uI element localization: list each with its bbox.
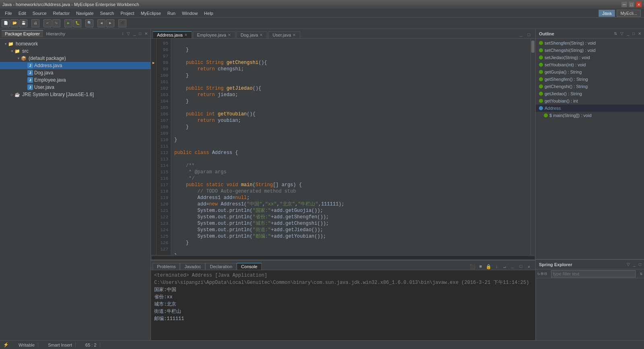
tree-item-src[interactable]: ▼ 📁 src <box>0 47 151 55</box>
console-scroll[interactable]: ↓ <box>493 263 500 270</box>
outline-item-getShengfen[interactable]: getShengfen() : String <box>536 76 644 83</box>
spring-menu[interactable]: ▽ <box>625 262 631 267</box>
h-scrollbar[interactable] <box>152 256 535 259</box>
outline-item-setChengshi[interactable]: setChengshi(String) : void <box>536 47 644 54</box>
tab-user-close[interactable]: ✕ <box>293 33 296 37</box>
spring-refresh[interactable]: ↻ <box>537 271 540 276</box>
maximize-button[interactable]: □ <box>629 2 634 7</box>
perspective-java[interactable]: Java <box>599 10 615 17</box>
tree-arrow-jre[interactable]: ▷ <box>10 93 14 96</box>
outline-item-address-class[interactable]: Address <box>536 105 644 112</box>
outline-sort[interactable]: ⇅ <box>613 31 618 36</box>
tree-item-employee[interactable]: J Employee.java <box>0 76 151 84</box>
left-panel-close[interactable]: ✕ <box>143 31 149 36</box>
tree-item-user[interactable]: J User.java <box>0 84 151 91</box>
left-panel-sync[interactable]: ↕ <box>120 31 125 36</box>
editor-maximize[interactable]: □ <box>526 32 532 38</box>
spring-maximize[interactable]: □ <box>638 262 642 267</box>
tb-print[interactable]: 🖨 <box>31 19 39 27</box>
outline-item-setJiedao[interactable]: setJiedao(String) : void <box>536 54 644 61</box>
tb-debug[interactable]: 🐛 <box>73 19 81 27</box>
outline-maximize[interactable]: □ <box>631 31 636 36</box>
menu-myeclipse[interactable]: MyEclipse <box>138 10 164 16</box>
tb-console[interactable]: ⬛ <box>118 19 126 27</box>
tab-hierarchy[interactable]: Hierarchy <box>43 31 68 37</box>
perspective-myecli[interactable]: MyEcli... <box>617 10 641 17</box>
tree-item-homework[interactable]: ▼ 📁 homework <box>0 40 151 47</box>
menu-source[interactable]: Source <box>29 10 50 16</box>
menu-search[interactable]: Search <box>97 10 118 16</box>
tree-item-address[interactable]: J Address.java <box>0 62 151 69</box>
menu-refactor[interactable]: Refactor <box>50 10 73 16</box>
spring-minimize[interactable]: _ <box>632 262 637 267</box>
spring-filter-input[interactable] <box>551 270 636 277</box>
tb-open[interactable]: 📂 <box>10 19 19 27</box>
outline-menu[interactable]: ▽ <box>619 31 625 36</box>
console-close[interactable]: ✕ <box>526 263 532 270</box>
tree-item-dog[interactable]: J Dog.java <box>0 69 151 76</box>
tab-package-explorer[interactable]: Package Explorer <box>2 30 43 37</box>
tab-dog-java[interactable]: Dog.java ✕ <box>236 31 267 38</box>
tab-console[interactable]: Console <box>237 263 262 270</box>
console-lock[interactable]: 🔒 <box>485 263 492 270</box>
tab-dog-close[interactable]: ✕ <box>260 33 263 37</box>
tab-address-close[interactable]: ✕ <box>184 33 188 37</box>
spring-sort[interactable]: ⇅ <box>640 271 642 276</box>
menu-navigate[interactable]: Navigate <box>73 10 97 16</box>
left-panel-menu[interactable]: ▽ <box>126 31 131 36</box>
left-panel-minimize[interactable]: _ <box>132 31 137 36</box>
menu-edit[interactable]: Edit <box>15 10 29 16</box>
outline-item-setYoubian[interactable]: setYoubian(int) : void <box>536 61 644 68</box>
editor-minimize[interactable]: _ <box>518 32 524 38</box>
tree-arrow-default-pkg[interactable]: ▼ <box>16 57 21 60</box>
outline-item-setShengfen[interactable]: setShengfen(String) : void <box>536 39 644 47</box>
menu-window[interactable]: Window <box>179 10 201 16</box>
console-word-wrap[interactable]: ↵ <box>502 263 508 270</box>
tab-javadoc[interactable]: Javadoc <box>180 263 205 270</box>
spring-expand[interactable]: ⊞ <box>541 271 544 276</box>
outline-item-main[interactable]: $ main(String[]) : void <box>536 112 644 119</box>
console-clear[interactable]: ⬛ <box>469 263 476 270</box>
tb-new[interactable]: 📄 <box>2 19 10 27</box>
tb-next[interactable]: ▶ <box>106 19 114 27</box>
spring-collapse[interactable]: ⊟ <box>544 271 547 276</box>
editor-scrollbar[interactable] <box>530 39 535 255</box>
tab-problems[interactable]: Problems <box>153 263 180 270</box>
tb-prev[interactable]: ◀ <box>97 19 105 27</box>
outline-item-getGuojia[interactable]: getGuojia() : String <box>536 68 644 76</box>
tb-undo[interactable]: ↩ <box>43 19 52 27</box>
outline-item-getChengshi[interactable]: getChengshi() : String <box>536 83 644 90</box>
tab-employee-close[interactable]: ✕ <box>228 33 231 37</box>
console-maximize[interactable]: □ <box>518 263 524 270</box>
tb-save[interactable]: 💾 <box>19 19 27 27</box>
titlebar-controls[interactable]: ─ □ ✕ <box>621 2 642 7</box>
tree-item-default-pkg[interactable]: ▼ 📦 (default package) <box>0 55 151 62</box>
tab-declaration[interactable]: Declaration <box>205 263 237 270</box>
scrollbar-thumb[interactable] <box>531 41 535 53</box>
menu-help[interactable]: Help <box>201 10 217 16</box>
menu-project[interactable]: Project <box>117 10 137 16</box>
outline-item-getYoubian[interactable]: getYoubian() : int <box>536 97 644 105</box>
tb-redo[interactable]: ↪ <box>52 19 60 27</box>
tree-arrow-src[interactable]: ▼ <box>10 49 14 53</box>
tree-item-jre[interactable]: ▷ ☕ JRE System Library [JavaSE-1.6] <box>0 91 151 98</box>
menu-run[interactable]: Run <box>164 10 179 16</box>
tab-address-java[interactable]: Address.java ✕ <box>153 31 192 38</box>
left-panel-toolbar: ↕ ▽ _ □ ✕ <box>120 31 149 36</box>
outline-close[interactable]: ✕ <box>637 31 642 36</box>
outline-item-getJiedao[interactable]: getJiedao() : String <box>536 90 644 97</box>
tb-run[interactable]: ▶ <box>64 19 72 27</box>
tree-arrow-homework[interactable]: ▼ <box>3 42 8 46</box>
minimize-button[interactable]: ─ <box>621 2 627 7</box>
console-terminate[interactable]: ■ <box>477 263 484 270</box>
code-editor[interactable]: ▶ 95 96 97 98 99 100 101 102 103 104 <box>151 39 535 255</box>
tb-search[interactable]: 🔍 <box>85 19 93 27</box>
console-minimize[interactable]: _ <box>510 263 516 270</box>
tab-employee-java[interactable]: Employee.java ✕ <box>193 31 235 38</box>
code-content[interactable]: } public String getChengshi(){ return ch… <box>171 39 530 255</box>
close-button[interactable]: ✕ <box>636 2 642 7</box>
outline-minimize[interactable]: _ <box>625 31 630 36</box>
tab-user-java[interactable]: User.java ✕ <box>268 31 300 38</box>
menu-file[interactable]: File <box>2 10 15 16</box>
left-panel-maximize[interactable]: □ <box>138 31 142 36</box>
